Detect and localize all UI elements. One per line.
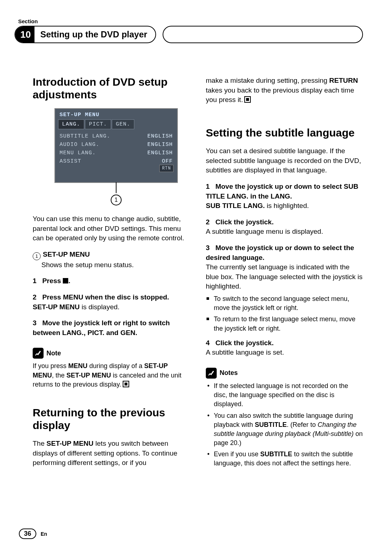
menu-row-value: ENGLISH — [147, 133, 173, 139]
setup-menu-desc: Shows the setup menu status. — [41, 261, 134, 269]
step-text: Press MENU when the disc is stopped. — [42, 293, 169, 301]
step-result: A subtitle language menu is displayed. — [206, 228, 323, 235]
note-label: Note — [46, 350, 61, 357]
step-result: is highlighted. — [265, 202, 309, 209]
step-result-bold: SUB TITLE LANG. — [206, 202, 265, 209]
menu-row-label: SUBTITLE LANG. — [60, 133, 110, 139]
note-icon — [206, 368, 217, 379]
step-number: 3 — [206, 244, 210, 252]
step-text: Click the joystick. — [215, 339, 274, 347]
step-text: Click the joystick. — [215, 218, 274, 226]
step-tail: . — [68, 277, 70, 285]
step-number: 2 — [206, 218, 210, 226]
step-result-bold: SET-UP MENU — [33, 303, 80, 311]
return-paragraph: The SET-UP MENU lets you switch between … — [33, 439, 190, 468]
menu-tab-lang: LANG. — [58, 119, 84, 129]
menu-row-label: MENU LANG. — [60, 150, 96, 156]
step-result: is displayed. — [80, 303, 120, 311]
list-item: To switch to the second language select … — [206, 294, 363, 313]
step-number: 2 — [33, 293, 37, 301]
section-title: Setting up the DVD player — [34, 29, 147, 40]
callout-stem — [116, 182, 117, 193]
menu-tab-pict: PICT. — [85, 119, 111, 129]
step-text: Press — [42, 277, 63, 285]
subtitle-intro: You can set a desired subtitle language.… — [206, 146, 363, 175]
menu-tab-gen: GEN. — [112, 119, 134, 129]
callout-ref-icon: 1 — [33, 252, 41, 260]
menu-title: SET-UP MENU — [55, 109, 177, 119]
menu-row-label: ASSIST — [60, 158, 81, 164]
left-column: Introduction of DVD setup adjustments SE… — [33, 76, 190, 474]
step-number: 3 — [33, 319, 37, 327]
note-icon — [33, 348, 44, 359]
end-mark-icon — [123, 381, 129, 387]
notes-label: Notes — [220, 369, 238, 377]
return-continued: make a mistake during setting, pressing … — [206, 76, 363, 105]
step-text: Move the joystick left or right to switc… — [33, 319, 170, 336]
list-item: You can also switch the subtitle languag… — [206, 411, 363, 448]
step-result: A subtitle language is set. — [206, 348, 284, 356]
intro-paragraph: You can use this menu to change audio, s… — [33, 214, 190, 243]
setup-menu-label: SET-UP MENU — [43, 250, 90, 258]
right-column: make a mistake during setting, pressing … — [206, 76, 363, 474]
step-text: Move the joystick up or down to select t… — [206, 244, 354, 261]
step-desc: The currently set language is indicated … — [206, 263, 363, 290]
stop-icon — [63, 278, 68, 283]
step3-sublist: To switch to the second language select … — [206, 294, 363, 333]
language-code: En — [41, 531, 47, 537]
step-number: 1 — [206, 183, 210, 190]
setup-menu-figure: SET-UP MENU LANG. PICT. GEN. SUBTITLE LA… — [54, 108, 178, 205]
menu-row-value: ENGLISH — [147, 142, 173, 148]
list-item: To return to the first language select m… — [206, 315, 363, 333]
section-badge: 10 Setting up the DVD player — [15, 26, 156, 43]
step-number: 1 — [33, 277, 37, 285]
heading-intro: Introduction of DVD setup adjustments — [33, 76, 190, 101]
section-label: Section — [18, 18, 363, 24]
callout-number: 1 — [111, 195, 122, 205]
list-item: If the selected language is not recorded… — [206, 381, 363, 409]
menu-row-value: OFF — [162, 158, 173, 164]
step-text: Move the joystick up or down to select S… — [206, 183, 358, 200]
section-number: 10 — [15, 26, 34, 43]
heading-subtitle: Setting the subtitle language — [206, 127, 363, 139]
menu-row-value: ENGLISH — [147, 150, 173, 156]
page-footer: 36 En — [19, 529, 47, 539]
end-mark-icon — [244, 96, 251, 103]
heading-return: Returning to the previous display — [33, 407, 190, 432]
empty-header-pill — [163, 26, 363, 43]
rtn-badge: RTN — [159, 165, 173, 172]
page-number: 36 — [19, 529, 36, 539]
note-text: If you press MENU during display of a SE… — [33, 362, 190, 389]
menu-row-label: AUDIO LANG. — [60, 142, 99, 148]
list-item: Even if you use SUBTITLE to switch the s… — [206, 450, 363, 468]
notes-list: If the selected language is not recorded… — [206, 381, 363, 468]
step-number: 4 — [206, 339, 210, 347]
section-header: 10 Setting up the DVD player — [15, 26, 363, 43]
